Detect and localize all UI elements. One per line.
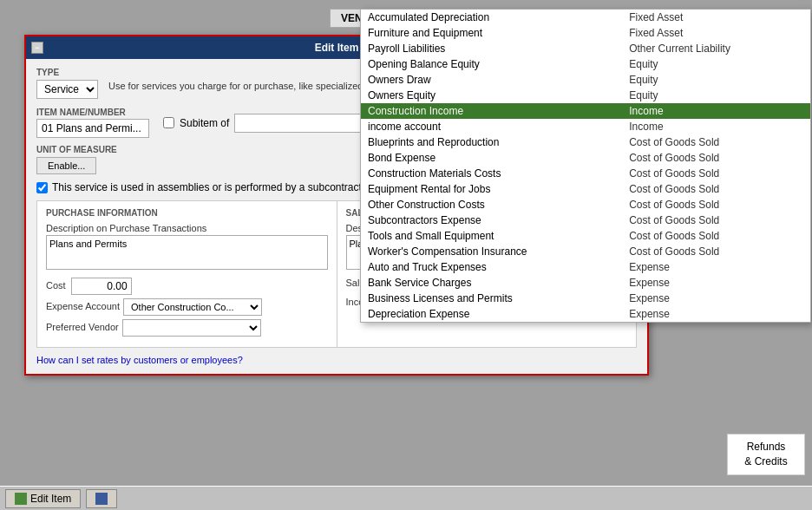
- dropdown-list-item[interactable]: Other Construction CostsCost of Goods So…: [361, 197, 810, 212]
- preferred-vendor-select[interactable]: [122, 319, 261, 337]
- dropdown-list-item[interactable]: Subcontractors ExpenseCost of Goods Sold: [361, 212, 810, 228]
- dropdown-account-name: Payroll Liabilities: [368, 42, 629, 55]
- taskbar-item-blue[interactable]: [86, 489, 117, 508]
- dropdown-list-item[interactable]: Owners DrawEquity: [361, 72, 810, 88]
- dropdown-list-item[interactable]: Tools and Small EquipmentCost of Goods S…: [361, 228, 810, 244]
- type-select[interactable]: Service: [36, 80, 98, 99]
- purchase-info-header: PURCHASE INFORMATION: [46, 208, 328, 218]
- dropdown-account-type: Cost of Goods Sold: [629, 230, 803, 242]
- dropdown-account-name: Blueprints and Reproduction: [368, 136, 629, 148]
- dropdown-account-name: Bond Expense: [368, 152, 629, 164]
- dropdown-account-type: Expense: [629, 308, 803, 320]
- dropdown-account-type: Expense: [629, 261, 803, 273]
- dropdown-account-type: Equity: [629, 58, 803, 70]
- dropdown-account-name: Accumulated Depreciation: [368, 11, 629, 23]
- cost-input[interactable]: [71, 278, 132, 295]
- taskbar-edit-label: Edit Item: [30, 493, 71, 505]
- account-dropdown[interactable]: Accumulated DepreciationFixed AssetFurni…: [360, 9, 811, 323]
- dropdown-list-item[interactable]: Bond ExpenseCost of Goods Sold: [361, 150, 810, 166]
- expense-account-label: Expense Account: [46, 301, 120, 311]
- subitem-select[interactable]: [234, 114, 373, 133]
- dialog-title: Edit Item: [315, 42, 359, 54]
- dropdown-account-name: Owners Equity: [368, 89, 629, 101]
- preferred-vendor-label: Preferred Vendor: [46, 322, 119, 332]
- dropdown-account-name: Equipment Rental for Jobs: [368, 183, 629, 195]
- dropdown-account-name: Other Construction Costs: [368, 199, 629, 211]
- dropdown-list-item[interactable]: Payroll LiabilitiesOther Current Liabili…: [361, 41, 810, 56]
- type-label: TYPE: [36, 68, 98, 77]
- dropdown-list-item[interactable]: Construction Materials CostsCost of Good…: [361, 166, 810, 181]
- dropdown-account-type: Cost of Goods Sold: [629, 136, 803, 148]
- dropdown-account-type: Other Current Liability: [629, 42, 803, 55]
- dropdown-account-type: Cost of Goods Sold: [629, 199, 803, 211]
- dropdown-account-type: Cost of Goods Sold: [629, 167, 803, 180]
- dropdown-list-item[interactable]: Auto and Truck ExpensesExpense: [361, 259, 810, 275]
- dropdown-list-item[interactable]: Accumulated DepreciationFixed Asset: [361, 10, 810, 25]
- item-name-section: Item Name/Number: [36, 108, 149, 138]
- window-controls: −: [31, 42, 43, 54]
- dropdown-account-name: Business Licenses and Permits: [368, 292, 629, 304]
- dropdown-account-type: Income: [629, 105, 803, 117]
- refunds-line2: & Credits: [744, 455, 787, 468]
- dropdown-account-name: Construction Materials Costs: [368, 167, 629, 180]
- dropdown-account-type: Equity: [629, 74, 803, 86]
- dropdown-account-type: Expense: [629, 277, 803, 289]
- dropdown-account-name: Bank Service Charges: [368, 277, 629, 289]
- cost-row: Cost: [46, 278, 328, 295]
- enable-button[interactable]: Enable...: [36, 157, 96, 174]
- dropdown-account-type: Cost of Goods Sold: [629, 214, 803, 226]
- dropdown-account-name: Furniture and Equipment: [368, 27, 629, 39]
- dropdown-account-name: Construction Income: [368, 105, 629, 117]
- dropdown-list-item[interactable]: Depreciation ExpenseExpense: [361, 306, 810, 322]
- help-link[interactable]: How can I set rates by customers or empl…: [36, 355, 637, 365]
- assembly-text: This service is used in assemblies or is…: [52, 181, 370, 193]
- dropdown-list-item[interactable]: Owners EquityEquity: [361, 88, 810, 103]
- dropdown-account-type: Fixed Asset: [629, 11, 803, 23]
- dropdown-account-type: Fixed Asset: [629, 27, 803, 39]
- dropdown-list-item[interactable]: Furniture and EquipmentFixed Asset: [361, 25, 810, 41]
- dropdown-list-item[interactable]: income accountIncome: [361, 119, 810, 134]
- assembly-checkbox[interactable]: [36, 182, 48, 193]
- taskbar-blue-icon: [95, 493, 108, 505]
- dropdown-list-item[interactable]: Bank Service ChargesExpense: [361, 275, 810, 291]
- dropdown-account-name: Opening Balance Equity: [368, 58, 629, 70]
- dropdown-account-type: Equity: [629, 89, 803, 101]
- dropdown-account-type: Expense: [629, 292, 803, 304]
- purchase-info-col: PURCHASE INFORMATION Description on Purc…: [37, 201, 337, 347]
- dropdown-list-item[interactable]: Blueprints and ReproductionCost of Goods…: [361, 134, 810, 150]
- dropdown-list-item[interactable]: Opening Balance EquityEquity: [361, 56, 810, 72]
- purchase-desc-label: Description on Purchase Transactions: [46, 223, 328, 233]
- type-section: TYPE Service: [36, 68, 98, 99]
- taskbar-edit-icon: [15, 493, 27, 505]
- dropdown-account-name: Worker's Compensation Insurance: [368, 245, 629, 258]
- dropdown-list-item[interactable]: Equipment Rental for JobsCost of Goods S…: [361, 181, 810, 197]
- minimize-button[interactable]: −: [31, 42, 43, 54]
- refunds-line1: Refunds: [747, 441, 786, 453]
- expense-account-row: Expense Account Other Construction Co...: [46, 298, 328, 316]
- subitem-label: Subitem of: [180, 117, 229, 129]
- taskbar: Edit Item: [0, 486, 812, 510]
- preferred-vendor-row: Preferred Vendor: [46, 319, 328, 337]
- dropdown-account-name: Depreciation Expense: [368, 308, 629, 320]
- dropdown-account-name: income account: [368, 121, 629, 133]
- cost-label: Cost: [46, 280, 66, 291]
- dropdown-account-name: Subcontractors Expense: [368, 214, 629, 226]
- dropdown-account-name: Owners Draw: [368, 74, 629, 86]
- purchase-desc-textarea[interactable]: Plans and Permits: [46, 235, 328, 270]
- dropdown-list-item[interactable]: Construction IncomeIncome: [361, 103, 810, 119]
- dropdown-account-type: Cost of Goods Sold: [629, 245, 803, 258]
- refunds-section[interactable]: Refunds & Credits: [727, 434, 805, 475]
- type-select-wrap: Service: [36, 80, 98, 99]
- taskbar-item-edit[interactable]: Edit Item: [5, 489, 81, 508]
- item-name-input[interactable]: [36, 119, 149, 138]
- expense-account-select[interactable]: Other Construction Co...: [123, 298, 262, 316]
- dropdown-list-item[interactable]: Worker's Compensation InsuranceCost of G…: [361, 244, 810, 259]
- dropdown-account-name: Auto and Truck Expenses: [368, 261, 629, 273]
- dropdown-account-type: Cost of Goods Sold: [629, 183, 803, 195]
- subitem-section: Subitem of: [163, 114, 373, 133]
- item-name-label: Item Name/Number: [36, 108, 149, 117]
- dropdown-list-item[interactable]: Business Licenses and PermitsExpense: [361, 291, 810, 306]
- dropdown-account-type: Income: [629, 121, 803, 133]
- subitem-checkbox[interactable]: [163, 117, 174, 128]
- dropdown-account-type: Cost of Goods Sold: [629, 152, 803, 164]
